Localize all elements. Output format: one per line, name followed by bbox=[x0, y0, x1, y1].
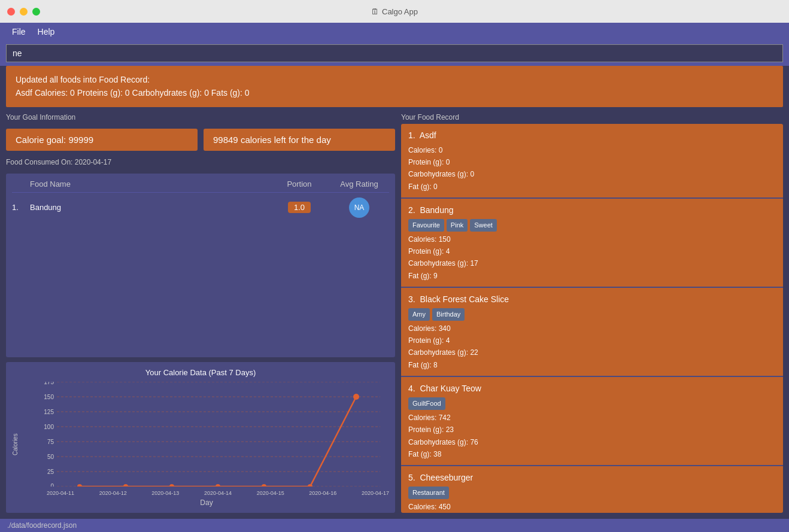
x-label-4: 2020-04-15 bbox=[257, 490, 284, 496]
search-bar-container bbox=[0, 41, 789, 66]
food-record-label: Your Food Record bbox=[401, 110, 783, 124]
food-record-name: 3. Black Forest Cake Slice bbox=[408, 293, 776, 307]
left-panel: Your Goal Information Calorie goal: 9999… bbox=[6, 110, 395, 513]
tags-row: Restaurant bbox=[408, 487, 776, 499]
food-record-list[interactable]: 1. Asdf Calories: 0 Protein (g): 0 Carbo… bbox=[401, 124, 783, 513]
svg-text:75: 75 bbox=[47, 439, 54, 445]
tag: Restaurant bbox=[408, 487, 449, 499]
goal-section-label: Your Goal Information bbox=[6, 110, 395, 124]
table-header: Food Name Portion Avg Rating bbox=[12, 177, 389, 193]
app-title: Calgo App bbox=[382, 7, 418, 16]
food-record-item[interactable]: 5. Cheeseburger Restaurant Calories: 450… bbox=[401, 466, 783, 513]
food-record-item[interactable]: 3. Black Forest Cake Slice AmyBirthday C… bbox=[401, 288, 783, 377]
food-calories: Calories: 450 bbox=[408, 501, 776, 513]
food-consumed-label: Food Consumed On: 2020-04-17 bbox=[6, 156, 395, 169]
right-panel: Your Food Record 1. Asdf Calories: 0 Pro… bbox=[401, 110, 783, 513]
food-table: Food Name Portion Avg Rating 1. Bandung … bbox=[6, 174, 395, 357]
col-portion-header: Portion bbox=[269, 180, 329, 189]
food-record-item[interactable]: 1. Asdf Calories: 0 Protein (g): 0 Carbo… bbox=[401, 124, 783, 199]
col-num-header bbox=[12, 180, 30, 189]
notification-line1: Updated all foods into Food Record: bbox=[16, 73, 773, 86]
maximize-button[interactable] bbox=[32, 8, 40, 16]
window-controls bbox=[7, 8, 40, 16]
title-bar: 🗓 Calgo App bbox=[0, 0, 789, 23]
tags-row: GuiltFood bbox=[408, 397, 776, 410]
food-protein: Protein (g): 23 bbox=[408, 424, 776, 436]
food-record-name: 1. Asdf bbox=[408, 129, 776, 143]
y-axis-label: Calories bbox=[12, 382, 22, 507]
col-rating-header: Avg Rating bbox=[329, 180, 389, 189]
food-protein: Protein (g): 0 bbox=[408, 156, 776, 168]
svg-point-16 bbox=[77, 484, 82, 487]
tag: GuiltFood bbox=[408, 397, 445, 410]
food-record-item[interactable]: 2. Bandung FavouritePinkSweet Calories: … bbox=[401, 199, 783, 288]
x-label-3: 2020-04-14 bbox=[204, 490, 232, 496]
food-calories: Calories: 340 bbox=[408, 323, 776, 335]
svg-point-18 bbox=[169, 484, 174, 487]
x-axis-title: Day bbox=[24, 498, 389, 507]
food-calories: Calories: 742 bbox=[408, 412, 776, 424]
notification-line2: Asdf Calories: 0 Proteins (g): 0 Carbohy… bbox=[16, 86, 773, 99]
col-name-header: Food Name bbox=[30, 180, 269, 189]
svg-text:150: 150 bbox=[44, 394, 54, 400]
menu-file[interactable]: File bbox=[6, 25, 32, 39]
x-axis-labels: 2020-04-11 2020-04-12 2020-04-13 2020-04… bbox=[24, 489, 389, 496]
x-label-6: 2020-04-17 bbox=[362, 490, 389, 496]
title-bar-title: 🗓 Calgo App bbox=[371, 7, 418, 16]
food-fat: Fat (g): 8 bbox=[408, 359, 776, 371]
food-carbs: Carbohydrates (g): 76 bbox=[408, 436, 776, 448]
tags-row: AmyBirthday bbox=[408, 308, 776, 321]
tag: Sweet bbox=[470, 219, 497, 232]
svg-point-19 bbox=[216, 484, 220, 487]
food-fat: Fat (g): 9 bbox=[408, 270, 776, 282]
svg-text:175: 175 bbox=[44, 382, 54, 385]
table-row: 1. Bandung 1.0 NA bbox=[12, 193, 389, 223]
svg-text:100: 100 bbox=[44, 424, 54, 430]
food-carbs: Carbohydrates (g): 17 bbox=[408, 257, 776, 269]
menu-bar: File Help bbox=[0, 23, 789, 41]
menu-help[interactable]: Help bbox=[32, 25, 61, 39]
food-record-name: 4. Char Kuay Teow bbox=[408, 382, 776, 396]
row-rating: NA bbox=[329, 197, 389, 218]
tag: Amy bbox=[408, 308, 430, 321]
minimize-button[interactable] bbox=[20, 8, 28, 16]
row-name: Bandung bbox=[30, 203, 269, 212]
row-num: 1. bbox=[12, 203, 30, 212]
chart-title: Your Calorie Data (Past 7 Days) bbox=[12, 368, 389, 377]
food-calories: Calories: 0 bbox=[408, 144, 776, 156]
svg-text:25: 25 bbox=[47, 469, 54, 475]
svg-text:50: 50 bbox=[47, 454, 54, 460]
tag: Birthday bbox=[432, 308, 465, 321]
app-icon: 🗓 bbox=[371, 7, 379, 16]
tag: Pink bbox=[447, 219, 468, 232]
food-calories: Calories: 150 bbox=[408, 233, 776, 245]
chart-area: Calories 175 150 bbox=[12, 382, 389, 507]
chart-svg-wrap: 175 150 125 100 75 50 25 0 bbox=[24, 382, 389, 507]
food-record-name: 2. Bandung bbox=[408, 203, 776, 218]
calorie-chart-svg: 175 150 125 100 75 50 25 0 bbox=[24, 382, 389, 487]
x-label-1: 2020-04-12 bbox=[99, 490, 127, 496]
x-label-2: 2020-04-13 bbox=[151, 490, 179, 496]
rating-badge[interactable]: NA bbox=[349, 197, 369, 218]
food-record-item[interactable]: 4. Char Kuay Teow GuiltFood Calories: 74… bbox=[401, 377, 783, 466]
tag: Favourite bbox=[408, 219, 444, 232]
status-text: ./data/foodrecord.json bbox=[7, 521, 77, 530]
search-input[interactable] bbox=[6, 44, 783, 62]
food-fat: Fat (g): 38 bbox=[408, 448, 776, 460]
portion-badge[interactable]: 1.0 bbox=[288, 202, 311, 213]
svg-text:0: 0 bbox=[50, 483, 54, 487]
food-record-name: 5. Cheeseburger bbox=[408, 471, 776, 485]
food-carbs: Carbohydrates (g): 22 bbox=[408, 346, 776, 358]
svg-text:125: 125 bbox=[44, 409, 54, 415]
chart-container: Your Calorie Data (Past 7 Days) Calories bbox=[6, 362, 395, 513]
food-protein: Protein (g): 4 bbox=[408, 335, 776, 346]
food-protein: Protein (g): 4 bbox=[408, 245, 776, 257]
goal-cards: Calorie goal: 99999 99849 calories left … bbox=[6, 129, 395, 151]
row-portion: 1.0 bbox=[269, 202, 329, 213]
close-button[interactable] bbox=[7, 8, 15, 16]
tags-row: FavouritePinkSweet bbox=[408, 219, 776, 232]
calories-left-card: 99849 calories left for the day bbox=[204, 129, 395, 151]
svg-point-22 bbox=[353, 394, 359, 400]
status-bar: ./data/foodrecord.json bbox=[0, 519, 789, 532]
food-carbs: Carbohydrates (g): 0 bbox=[408, 168, 776, 180]
